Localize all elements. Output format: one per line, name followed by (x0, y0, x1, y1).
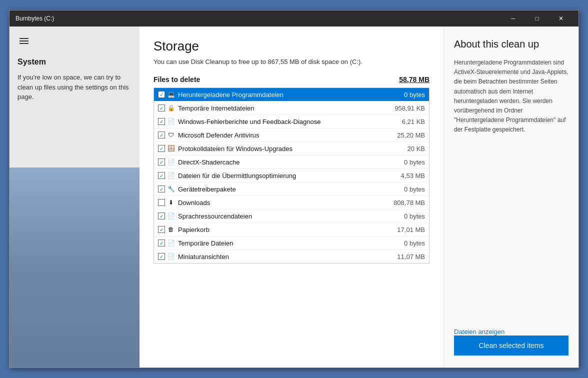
file-size: 25,20 MB (385, 132, 425, 139)
hamburger-line-3 (20, 43, 28, 44)
file-size: 4,53 MB (385, 172, 425, 180)
files-total-size: 58,78 MB (399, 76, 430, 84)
sidebar-description: If you're low on space, we can try to cl… (18, 72, 132, 102)
file-name: Dateien für die Übermittlungsoptimierung (178, 172, 385, 180)
file-size: 0 bytes (385, 186, 425, 193)
file-icon: 📄 (167, 118, 175, 126)
file-name: Miniaturansichten (178, 253, 385, 260)
file-list-item[interactable]: ⬇Downloads808,78 MB (154, 196, 429, 210)
clean-selected-button[interactable]: Clean selected items (454, 336, 568, 356)
file-list-item[interactable]: 📄Temporäre Dateien0 bytes (154, 236, 429, 250)
hamburger-line-1 (20, 38, 28, 39)
file-size: 0 bytes (385, 158, 425, 166)
file-size: 20 KB (385, 145, 425, 152)
file-list-item[interactable]: 🗑Papierkorb17,01 MB (154, 223, 429, 236)
file-size: 0 bytes (385, 212, 425, 220)
file-size: 808,78 MB (385, 199, 425, 206)
file-icon: 🗑 (167, 226, 175, 234)
window-title: Burnbytes (C:) (16, 15, 502, 22)
main-content: Storage You can use Disk Cleanup to free… (140, 26, 444, 368)
file-name: Heruntergeladene Programmdateien (178, 91, 385, 98)
file-icon: 🛡 (167, 131, 175, 139)
file-checkbox[interactable] (158, 226, 165, 233)
files-header-label: Files to delete (154, 76, 200, 84)
file-checkbox[interactable] (158, 158, 165, 166)
sidebar: System If you're low on space, we can tr… (10, 26, 140, 368)
hamburger-button[interactable] (18, 34, 30, 48)
file-name: DirectX-Shadercache (178, 158, 385, 166)
file-icon: ⬇ (167, 198, 175, 206)
file-checkbox[interactable] (158, 212, 165, 220)
file-list: 💻Heruntergeladene Programmdateien0 bytes… (154, 88, 430, 264)
file-list-item[interactable]: 🪟Protokolldateien für Windows-Upgrades20… (154, 142, 429, 156)
file-list-item[interactable]: 🔒Temporäre Internetdateien958,91 KB (154, 102, 429, 115)
file-checkbox[interactable] (158, 186, 165, 192)
maximize-button[interactable]: □ (526, 10, 548, 26)
file-icon: 🔒 (167, 104, 175, 112)
file-checkbox[interactable] (158, 91, 165, 98)
file-list-item[interactable]: 📄Miniaturansichten11,07 MB (154, 250, 429, 263)
file-icon: 🔧 (167, 185, 175, 193)
file-checkbox[interactable] (158, 118, 165, 125)
sidebar-title: System (18, 58, 132, 66)
file-list-item[interactable]: 💻Heruntergeladene Programmdateien0 bytes (154, 88, 429, 102)
files-header: Files to delete 58,78 MB (154, 76, 430, 84)
about-text: Heruntergeladene Programmdateien sind Ac… (454, 58, 568, 320)
content-area: System If you're low on space, we can tr… (10, 26, 578, 368)
file-name: Sprachressourcendateien (178, 212, 385, 220)
minimize-button[interactable]: ─ (502, 10, 524, 26)
file-list-item[interactable]: 📄Windows-Fehlerberichte und Feedback-Dia… (154, 115, 429, 128)
file-checkbox[interactable] (158, 199, 165, 206)
right-panel: About this clean up Heruntergeladene Pro… (444, 26, 578, 368)
about-title: About this clean up (454, 38, 568, 50)
view-files-link[interactable]: Dateien anzeigen (454, 328, 568, 336)
file-list-item[interactable]: 📄Sprachressourcendateien0 bytes (154, 210, 429, 223)
title-bar: Burnbytes (C:) ─ □ ✕ (10, 10, 578, 26)
file-list-item[interactable]: 🔧Gerätetreiberpakete0 bytes (154, 182, 429, 196)
file-icon: 📄 (167, 252, 175, 260)
file-list-item[interactable]: 🛡Microsoft Defender Antivirus25,20 MB (154, 128, 429, 142)
file-name: Protokolldateien für Windows-Upgrades (178, 145, 385, 152)
file-size: 0 bytes (385, 91, 425, 98)
file-name: Papierkorb (178, 226, 385, 234)
close-button[interactable]: ✕ (550, 10, 572, 26)
file-size: 6,21 KB (385, 118, 425, 126)
file-name: Gerätetreiberpakete (178, 186, 385, 193)
file-name: Temporäre Dateien (178, 240, 385, 247)
file-icon: 📄 (167, 158, 175, 166)
file-icon: 🪟 (167, 144, 175, 152)
window-controls: ─ □ ✕ (502, 10, 572, 26)
file-size: 0 bytes (385, 240, 425, 247)
file-icon: 📄 (167, 172, 175, 180)
file-icon: 📄 (167, 239, 175, 247)
file-checkbox[interactable] (158, 172, 165, 179)
sidebar-background (10, 168, 140, 368)
file-checkbox[interactable] (158, 240, 165, 246)
hamburger-line-2 (20, 40, 28, 42)
file-list-item[interactable]: 📄DirectX-Shadercache0 bytes (154, 156, 429, 169)
storage-subtitle: You can use Disk Cleanup to free up to 8… (154, 58, 430, 66)
file-checkbox[interactable] (158, 132, 165, 138)
file-checkbox[interactable] (158, 145, 165, 152)
file-name: Downloads (178, 199, 385, 206)
page-title: Storage (154, 38, 430, 54)
file-icon: 💻 (167, 90, 175, 98)
file-name: Temporäre Internetdateien (178, 104, 385, 112)
file-name: Windows-Fehlerberichte und Feedback-Diag… (178, 118, 385, 126)
file-icon: 📄 (167, 212, 175, 220)
file-size: 11,07 MB (385, 253, 425, 260)
file-size: 17,01 MB (385, 226, 425, 234)
file-size: 958,91 KB (385, 104, 425, 112)
file-name: Microsoft Defender Antivirus (178, 132, 385, 139)
file-list-item[interactable]: 📄Dateien für die Übermittlungsoptimierun… (154, 169, 429, 182)
file-checkbox[interactable] (158, 253, 165, 260)
file-checkbox[interactable] (158, 104, 165, 112)
main-window: Burnbytes (C:) ─ □ ✕ System If you're lo… (9, 10, 579, 368)
